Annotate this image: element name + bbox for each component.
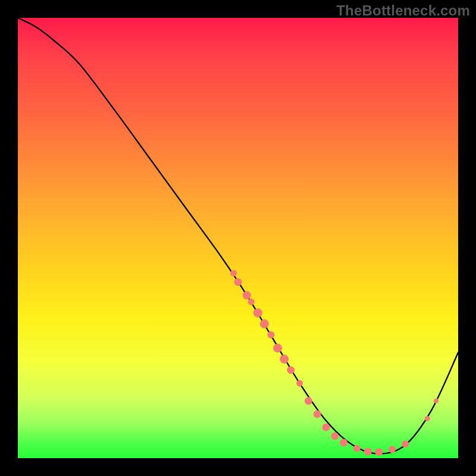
bottleneck-curve <box>18 18 458 454</box>
data-point <box>389 446 396 453</box>
data-point <box>280 355 289 364</box>
data-point <box>287 367 295 374</box>
data-point <box>434 399 439 403</box>
data-point <box>364 447 372 455</box>
data-point <box>243 291 251 299</box>
data-markers <box>230 270 439 456</box>
data-point <box>234 278 242 286</box>
data-point <box>425 416 430 421</box>
data-point <box>253 308 262 317</box>
data-point <box>248 299 255 305</box>
curve-svg <box>18 18 458 458</box>
plot-area <box>18 18 458 458</box>
chart-stage: TheBottleneck.com <box>0 0 476 476</box>
data-point <box>314 411 321 418</box>
data-point <box>353 445 361 452</box>
data-point <box>331 433 339 440</box>
data-point <box>305 397 312 405</box>
data-point <box>296 380 303 387</box>
data-point <box>268 331 275 339</box>
data-point <box>273 344 282 353</box>
data-point <box>322 424 330 431</box>
watermark-text: TheBottleneck.com <box>336 2 470 19</box>
data-point <box>402 440 409 447</box>
data-point <box>230 270 237 277</box>
data-point <box>375 448 383 456</box>
data-point <box>260 320 269 328</box>
data-point <box>340 439 347 447</box>
